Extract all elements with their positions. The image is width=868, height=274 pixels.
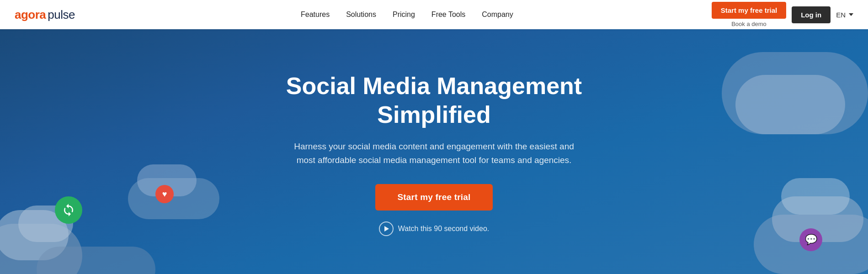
video-label: Watch this 90 second video.	[398, 225, 490, 233]
hero-title: Social Media Management Simplified	[251, 72, 617, 129]
nav-link-solutions[interactable]: Solutions	[346, 11, 376, 19]
hero-subtitle: Harness your social media content and en…	[293, 140, 576, 168]
lang-label: EN	[836, 11, 846, 19]
book-demo-link[interactable]: Book a demo	[731, 21, 767, 27]
nav-link-pricing[interactable]: Pricing	[393, 11, 415, 19]
navbar: agora pulse Features Solutions Pricing F…	[0, 0, 868, 29]
video-link[interactable]: Watch this 90 second video.	[379, 221, 490, 236]
lang-selector[interactable]: EN	[836, 11, 853, 19]
chevron-down-icon	[849, 13, 853, 16]
play-triangle-icon	[384, 226, 389, 232]
trial-button-nav[interactable]: Start my free trial	[712, 2, 786, 19]
nav-link-features[interactable]: Features	[301, 11, 330, 19]
nav-link-free-tools[interactable]: Free Tools	[431, 11, 465, 19]
logo-pulse: pulse	[48, 8, 75, 22]
hero-content: Social Media Management Simplified Harne…	[0, 29, 868, 274]
logo[interactable]: agora pulse	[15, 8, 75, 22]
hero-section: ♥ 💬 Social Media Management Simplified H…	[0, 29, 868, 274]
trial-button-hero[interactable]: Start my free trial	[375, 184, 492, 211]
nav-right: Start my free trial Book a demo Log in E…	[712, 2, 853, 27]
nav-links: Features Solutions Pricing Free Tools Co…	[102, 11, 712, 19]
login-button[interactable]: Log in	[792, 6, 831, 23]
play-icon	[379, 221, 394, 236]
logo-agora: agora	[15, 8, 46, 22]
nav-link-company[interactable]: Company	[482, 11, 513, 19]
